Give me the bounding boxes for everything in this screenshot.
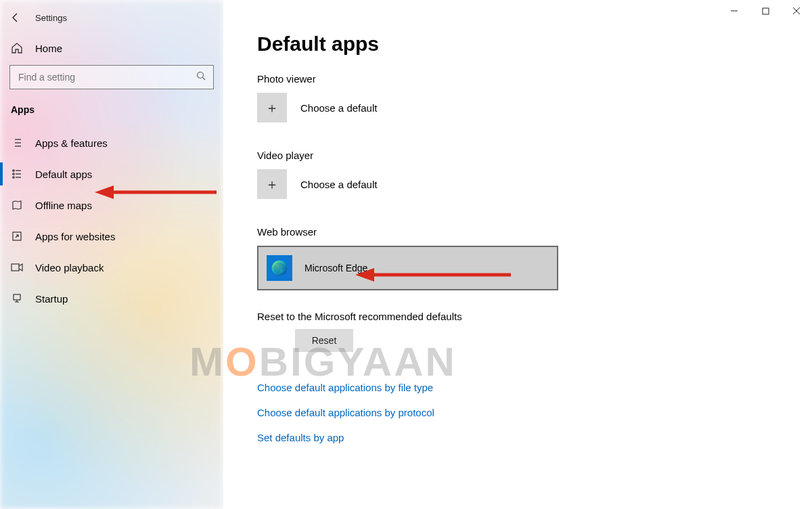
edge-icon xyxy=(267,255,292,281)
launch-icon xyxy=(11,230,23,242)
defaults-icon xyxy=(11,168,23,180)
titlebar: Settings xyxy=(0,5,223,30)
sidebar-item-label: Apps for websites xyxy=(35,231,115,242)
sidebar-item-offline-maps[interactable]: Offline maps xyxy=(0,190,223,221)
window-title: Settings xyxy=(35,13,67,23)
maximize-button[interactable] xyxy=(750,0,781,22)
home-label: Home xyxy=(35,43,62,54)
main-content: Default apps Photo viewer ＋ Choose a def… xyxy=(223,0,812,509)
photo-viewer-choose[interactable]: ＋ Choose a default xyxy=(257,93,812,123)
plus-icon: ＋ xyxy=(257,93,287,123)
map-icon xyxy=(11,199,23,211)
sidebar-item-video-playback[interactable]: Video playback xyxy=(0,252,223,283)
sidebar-item-apps-for-websites[interactable]: Apps for websites xyxy=(0,221,223,252)
svg-rect-21 xyxy=(763,8,769,14)
svg-point-12 xyxy=(13,177,14,178)
reset-button[interactable]: Reset xyxy=(295,329,353,352)
sidebar-item-label: Offline maps xyxy=(35,200,92,211)
svg-point-8 xyxy=(13,170,14,171)
close-button[interactable] xyxy=(781,0,812,22)
link-default-by-file-type[interactable]: Choose default applications by file type xyxy=(257,382,812,393)
sidebar-item-label: Video playback xyxy=(35,262,104,273)
svg-point-10 xyxy=(13,173,14,175)
plus-icon: ＋ xyxy=(257,169,287,199)
search-icon xyxy=(196,71,206,83)
reset-heading: Reset to the Microsoft recommended defau… xyxy=(257,311,812,322)
video-player-heading: Video player xyxy=(257,150,812,161)
list-icon xyxy=(11,137,23,149)
link-set-defaults-by-app[interactable]: Set defaults by app xyxy=(257,432,812,443)
svg-rect-16 xyxy=(14,294,20,300)
search-field[interactable] xyxy=(17,71,179,83)
svg-line-1 xyxy=(203,78,206,81)
video-player-choose[interactable]: ＋ Choose a default xyxy=(257,169,812,199)
video-icon xyxy=(11,261,23,273)
page-title: Default apps xyxy=(257,32,812,56)
sidebar-section-heading: Apps xyxy=(0,102,223,127)
web-browser-tile[interactable]: Microsoft Edge xyxy=(257,246,558,290)
sidebar-item-label: Default apps xyxy=(35,169,92,180)
sidebar-item-home[interactable]: Home xyxy=(0,35,223,61)
minimize-button[interactable] xyxy=(719,0,750,22)
web-browser-heading: Web browser xyxy=(257,226,812,238)
svg-point-0 xyxy=(198,72,204,79)
home-icon xyxy=(11,42,23,54)
choose-label: Choose a default xyxy=(300,179,377,190)
svg-rect-15 xyxy=(12,264,19,271)
web-browser-value: Microsoft Edge xyxy=(304,263,367,273)
sidebar-item-apps-features[interactable]: Apps & features xyxy=(0,127,223,158)
startup-icon xyxy=(11,292,23,305)
photo-viewer-heading: Photo viewer xyxy=(257,73,812,85)
sidebar-item-label: Apps & features xyxy=(35,137,108,149)
link-default-by-protocol[interactable]: Choose default applications by protocol xyxy=(257,407,812,418)
back-icon[interactable] xyxy=(9,12,22,23)
window-controls xyxy=(719,0,812,22)
sidebar-item-default-apps[interactable]: Default apps xyxy=(0,158,223,190)
settings-sidebar: Settings Home Apps Apps & features xyxy=(0,0,223,509)
sidebar-item-startup[interactable]: Startup xyxy=(0,283,223,314)
sidebar-item-label: Startup xyxy=(35,293,68,305)
search-input[interactable] xyxy=(9,65,214,89)
choose-label: Choose a default xyxy=(300,102,377,114)
